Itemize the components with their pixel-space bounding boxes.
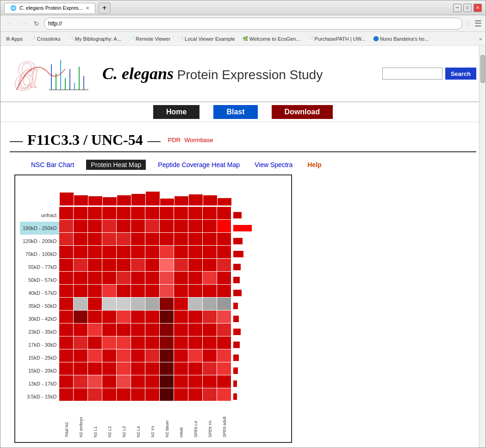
bookmark-nuno[interactable]: 🔵 Nuno Bandeira's ho... <box>371 35 430 43</box>
bookmarks-more-button[interactable]: » <box>479 36 482 42</box>
bookmark-bibliography[interactable]: 📄 My Bibliography: A... <box>66 35 123 43</box>
cell-3-0[interactable] <box>59 246 73 258</box>
cell-7-10[interactable] <box>203 298 217 310</box>
cell-8-7[interactable] <box>160 311 174 323</box>
cell-1-10[interactable] <box>203 220 217 232</box>
cell-12-8[interactable] <box>174 362 188 375</box>
cell-12-6[interactable] <box>145 362 159 375</box>
cell-4-10[interactable] <box>203 259 217 271</box>
cell-10-8[interactable] <box>174 336 188 349</box>
cell-2-8[interactable] <box>174 233 188 245</box>
cell-1-9[interactable] <box>188 220 202 232</box>
cell-14-11[interactable] <box>217 388 231 401</box>
cell-8-4[interactable] <box>117 311 131 323</box>
cell-13-3[interactable] <box>102 375 116 388</box>
cell-8-10[interactable] <box>203 311 217 323</box>
cell-5-11[interactable] <box>217 272 231 284</box>
cell-4-8[interactable] <box>174 259 188 271</box>
cell-6-3[interactable] <box>102 285 116 297</box>
cell-8-1[interactable] <box>74 311 87 323</box>
tab-peptide-coverage[interactable]: Peptide Coverage Heat Map <box>155 160 243 170</box>
cell-13-8[interactable] <box>174 375 188 388</box>
cell-11-7[interactable] <box>160 349 174 362</box>
cell-7-3[interactable] <box>102 298 116 310</box>
cell-9-1[interactable] <box>74 324 87 336</box>
search-button[interactable]: Search <box>445 68 476 80</box>
cell-4-9[interactable] <box>188 259 202 271</box>
cell-4-6[interactable] <box>145 259 159 271</box>
tab-protein-heat-map[interactable]: Protein Heat Map <box>86 160 146 170</box>
cell-9-8[interactable] <box>174 324 188 336</box>
cell-1-2[interactable] <box>88 220 102 232</box>
nav-blast-button[interactable]: Blast <box>213 105 257 119</box>
cell-5-9[interactable] <box>188 272 202 284</box>
cell-9-4[interactable] <box>117 324 131 336</box>
bookmark-crosslinks[interactable]: 📄 Crosslinks <box>28 35 62 43</box>
tab-nsc-bar-chart[interactable]: NSC Bar Chart <box>28 160 77 170</box>
cell-11-6[interactable] <box>145 349 159 362</box>
cell-7-1[interactable] <box>74 298 87 310</box>
nav-home-button[interactable]: Home <box>153 105 199 119</box>
cell-12-1[interactable] <box>74 362 87 375</box>
cell-10-7[interactable] <box>160 336 174 349</box>
cell-7-11[interactable] <box>217 298 231 310</box>
cell-11-5[interactable] <box>131 349 145 362</box>
cell-13-0[interactable] <box>59 375 73 388</box>
close-button[interactable]: ✕ <box>474 4 482 12</box>
cell-2-11[interactable] <box>217 233 231 245</box>
cell-1-0[interactable] <box>59 220 73 232</box>
cell-12-4[interactable] <box>117 362 131 375</box>
cell-12-3[interactable] <box>102 362 116 375</box>
cell-2-0[interactable] <box>59 233 73 245</box>
cell-3-6[interactable] <box>145 246 159 258</box>
cell-7-9[interactable] <box>188 298 202 310</box>
cell-14-6[interactable] <box>145 388 159 401</box>
tab-close-icon[interactable]: ✕ <box>86 6 89 11</box>
cell-10-4[interactable] <box>117 336 131 349</box>
cell-3-9[interactable] <box>188 246 202 258</box>
cell-7-8[interactable] <box>174 298 188 310</box>
cell-14-4[interactable] <box>117 388 131 401</box>
nav-download-button[interactable]: Download <box>272 105 333 119</box>
cell-8-11[interactable] <box>217 311 231 323</box>
cell-11-0[interactable] <box>59 349 73 362</box>
cell-12-9[interactable] <box>188 362 202 375</box>
bookmark-apps[interactable]: ⊞ Apps <box>4 35 25 43</box>
bookmark-ecogen[interactable]: 🌿 Welcome to EcoGen... <box>241 35 302 43</box>
cell-13-2[interactable] <box>88 375 102 388</box>
cell-0-1[interactable] <box>74 207 87 219</box>
cell-0-2[interactable] <box>88 207 102 219</box>
cell-6-9[interactable] <box>188 285 202 297</box>
cell-3-10[interactable] <box>203 246 217 258</box>
cell-0-6[interactable] <box>145 207 159 219</box>
cell-11-3[interactable] <box>102 349 116 362</box>
cell-11-1[interactable] <box>74 349 87 362</box>
cell-2-7[interactable] <box>160 233 174 245</box>
cell-0-3[interactable] <box>102 207 116 219</box>
cell-12-7[interactable] <box>160 362 174 375</box>
cell-12-5[interactable] <box>131 362 145 375</box>
cell-1-5[interactable] <box>131 220 145 232</box>
cell-4-11[interactable] <box>217 259 231 271</box>
maximize-button[interactable]: □ <box>463 4 472 12</box>
cell-14-2[interactable] <box>88 388 102 401</box>
cell-11-11[interactable] <box>217 349 231 362</box>
cell-11-2[interactable] <box>88 349 102 362</box>
cell-12-11[interactable] <box>217 362 231 375</box>
cell-9-5[interactable] <box>131 324 145 336</box>
cell-5-2[interactable] <box>88 272 102 284</box>
cell-14-9[interactable] <box>188 388 202 401</box>
cell-4-3[interactable] <box>102 259 116 271</box>
cell-13-11[interactable] <box>217 375 231 388</box>
cell-7-2[interactable] <box>88 298 102 310</box>
forward-button[interactable]: → <box>18 19 29 29</box>
cell-5-5[interactable] <box>131 272 145 284</box>
cell-13-5[interactable] <box>131 375 145 388</box>
cell-8-5[interactable] <box>131 311 145 323</box>
cell-4-2[interactable] <box>88 259 102 271</box>
pdr-link[interactable]: PDR <box>168 137 181 143</box>
cell-0-10[interactable] <box>203 207 217 219</box>
cell-2-10[interactable] <box>203 233 217 245</box>
cell-7-4[interactable] <box>117 298 131 310</box>
cell-3-2[interactable] <box>88 246 102 258</box>
